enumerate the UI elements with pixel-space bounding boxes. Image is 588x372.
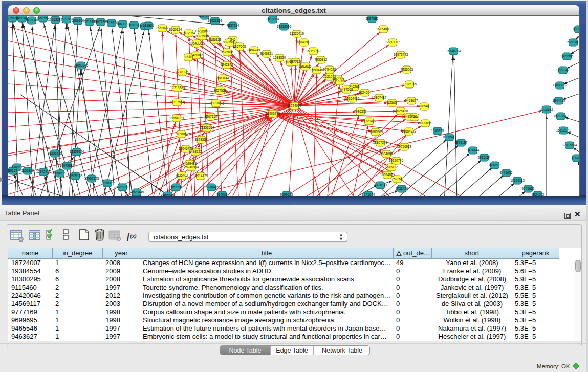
svg-text:98901: 98901 — [184, 55, 193, 59]
svg-text:3624554: 3624554 — [359, 91, 372, 94]
svg-text:13226058: 13226058 — [195, 29, 210, 33]
svg-text:10973493: 10973493 — [394, 53, 408, 56]
svg-text:2935114: 2935114 — [478, 156, 491, 159]
svg-text:16914479: 16914479 — [193, 174, 208, 178]
svg-text:11325419: 11325419 — [290, 32, 304, 35]
svg-text:8267150: 8267150 — [205, 115, 217, 118]
svg-text:7986372: 7986372 — [354, 110, 367, 113]
svg-text:16210643: 16210643 — [554, 114, 569, 118]
svg-text:8914004: 8914004 — [199, 16, 211, 17]
svg-text:9924502: 9924502 — [532, 193, 545, 196]
svg-text:15716485: 15716485 — [204, 185, 219, 189]
svg-text:5914: 5914 — [411, 115, 419, 119]
svg-text:8471676: 8471676 — [500, 171, 513, 174]
svg-text:116753: 116753 — [572, 156, 579, 160]
svg-text:10975887: 10975887 — [60, 164, 75, 167]
svg-text:252254: 252254 — [391, 177, 403, 181]
svg-text:15751074: 15751074 — [566, 40, 579, 44]
svg-text:10107554: 10107554 — [170, 100, 185, 104]
svg-text:16033809: 16033809 — [208, 19, 223, 23]
svg-text:1154519: 1154519 — [54, 171, 67, 175]
svg-text:12353594: 12353594 — [200, 126, 214, 129]
svg-text:16154808: 16154808 — [376, 27, 391, 31]
svg-text:16136141: 16136141 — [373, 183, 388, 187]
svg-text:9327500: 9327500 — [196, 34, 209, 38]
svg-text:62160: 62160 — [387, 101, 397, 104]
svg-text:8938923: 8938923 — [443, 135, 456, 139]
svg-text:9084067: 9084067 — [380, 152, 393, 156]
svg-text:917006: 917006 — [210, 101, 222, 105]
svg-text:7955812: 7955812 — [315, 58, 328, 61]
svg-text:10654112: 10654112 — [510, 179, 525, 182]
svg-text:20364436: 20364436 — [345, 97, 360, 100]
svg-text:10025438: 10025438 — [394, 109, 408, 113]
svg-text:12213967: 12213967 — [385, 40, 400, 44]
svg-text:12942757: 12942757 — [36, 170, 51, 173]
svg-text:3912954: 3912954 — [183, 31, 195, 35]
svg-text:917005: 917005 — [216, 193, 228, 196]
svg-text:1244419: 1244419 — [553, 99, 565, 102]
svg-text:1615132: 1615132 — [385, 165, 398, 169]
svg-text:12505135: 12505135 — [68, 174, 83, 178]
svg-text:2718176: 2718176 — [176, 70, 189, 74]
svg-text:839061: 839061 — [11, 165, 23, 169]
svg-text:10543362: 10543362 — [189, 41, 204, 45]
svg-text:14099489: 14099489 — [182, 162, 197, 165]
svg-text:6879197: 6879197 — [455, 141, 468, 144]
svg-text:15720407: 15720407 — [362, 119, 377, 123]
svg-text:7632621: 7632621 — [489, 163, 502, 167]
svg-text:9474444: 9474444 — [467, 148, 480, 152]
svg-text:20053346: 20053346 — [74, 63, 89, 67]
svg-text:19654923: 19654923 — [169, 116, 184, 120]
svg-text:1377120: 1377120 — [290, 60, 302, 63]
svg-text:10688609: 10688609 — [368, 130, 383, 134]
svg-text:9245652: 9245652 — [522, 187, 535, 190]
svg-text:9794028: 9794028 — [323, 68, 336, 71]
svg-text:18807249: 18807249 — [373, 141, 388, 144]
svg-text:17957225: 17957225 — [84, 177, 99, 180]
svg-text:2867608: 2867608 — [233, 45, 246, 48]
svg-text:9899695: 9899695 — [419, 121, 432, 125]
svg-text:16961758: 16961758 — [306, 49, 321, 53]
svg-text:20206535: 20206535 — [48, 151, 62, 155]
svg-text:12923445: 12923445 — [129, 190, 144, 194]
svg-text:7485063: 7485063 — [401, 68, 413, 71]
svg-text:1362615: 1362615 — [299, 64, 312, 68]
svg-text:9227342: 9227342 — [557, 68, 570, 72]
svg-text:10807487: 10807487 — [372, 96, 387, 99]
svg-text:6497568: 6497568 — [340, 87, 353, 91]
svg-text:8454749: 8454749 — [248, 48, 260, 52]
svg-text:2087682: 2087682 — [366, 17, 379, 20]
svg-text:8427552: 8427552 — [214, 89, 227, 92]
svg-text:8660124: 8660124 — [169, 28, 182, 31]
svg-text:19166852: 19166852 — [174, 132, 189, 136]
svg-text:17016504: 17016504 — [562, 143, 577, 147]
svg-text:7663822: 7663822 — [156, 26, 169, 30]
svg-text:8186328: 8186328 — [209, 38, 222, 41]
svg-text:8741044: 8741044 — [362, 193, 375, 196]
svg-text:7357224: 7357224 — [227, 24, 239, 27]
svg-text:9699695: 9699695 — [280, 193, 293, 196]
svg-text:9327508: 9327508 — [223, 40, 236, 44]
svg-text:1588520: 1588520 — [273, 56, 286, 59]
svg-text:8990448: 8990448 — [311, 68, 323, 72]
svg-text:17359924: 17359924 — [70, 150, 84, 154]
svg-text:1640978: 1640978 — [431, 129, 444, 133]
svg-text:1156829: 1156829 — [21, 169, 34, 172]
svg-text:19756928: 19756928 — [397, 145, 412, 148]
svg-text:2803144: 2803144 — [216, 76, 229, 80]
svg-text:3213933: 3213933 — [540, 107, 553, 111]
svg-text:12213389: 12213389 — [170, 86, 185, 90]
svg-text:6498222: 6498222 — [189, 150, 202, 154]
svg-text:9242848: 9242848 — [221, 63, 233, 67]
svg-text:9857791: 9857791 — [170, 185, 183, 189]
svg-text:18724007: 18724007 — [287, 104, 302, 107]
svg-text:17975115: 17975115 — [402, 82, 417, 86]
svg-text:16524851: 16524851 — [380, 173, 395, 177]
svg-text:15740994: 15740994 — [184, 165, 199, 169]
svg-text:10120746: 10120746 — [389, 159, 404, 162]
svg-text:9329966: 9329966 — [561, 54, 574, 58]
svg-text:10958127: 10958127 — [100, 181, 115, 185]
svg-text:8813054: 8813054 — [267, 17, 279, 21]
svg-text:19218506: 19218506 — [277, 25, 292, 28]
